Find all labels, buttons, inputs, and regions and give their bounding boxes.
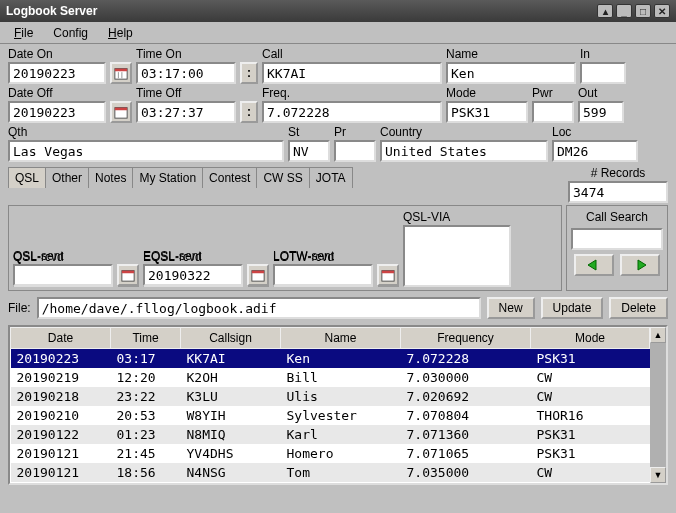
tab-contest[interactable]: Contest xyxy=(202,167,257,188)
label-call: Call xyxy=(262,47,442,61)
content: Date On Time On : Call Name In Date Off … xyxy=(0,44,676,513)
lotw-sent-picker[interactable] xyxy=(377,264,399,286)
delete-button[interactable]: Delete xyxy=(609,297,668,319)
call-search-input[interactable] xyxy=(571,228,663,250)
mode-input[interactable] xyxy=(446,101,528,123)
menubar: File Config Help xyxy=(0,22,676,44)
update-button[interactable]: Update xyxy=(541,297,604,319)
titlebar: Logbook Server ▴ _ □ ✕ xyxy=(0,0,676,22)
col-callsign[interactable]: Callsign xyxy=(181,328,281,349)
label-time-off: Time Off xyxy=(136,86,236,100)
tab-my-station[interactable]: My Station xyxy=(132,167,203,188)
st-input[interactable] xyxy=(288,140,330,162)
in-input[interactable] xyxy=(580,62,626,84)
col-time[interactable]: Time xyxy=(111,328,181,349)
qsl-sent-input[interactable] xyxy=(13,264,113,286)
svg-rect-5 xyxy=(115,108,127,111)
svg-rect-1 xyxy=(115,69,127,72)
label-records: # Records xyxy=(568,166,668,180)
date-on-picker[interactable] xyxy=(110,62,132,84)
qsl-panel: QSL-rcvd EQSL-rcvd LOTW-rcvd QSL-VIA QSL… xyxy=(8,205,562,291)
label-mode: Mode xyxy=(446,86,528,100)
time-off-colon-button[interactable]: : xyxy=(240,101,258,123)
menu-config[interactable]: Config xyxy=(43,24,98,42)
label-time-on: Time On xyxy=(136,47,236,61)
label-in: In xyxy=(580,47,626,61)
maximize-button[interactable]: □ xyxy=(635,4,651,18)
col-date[interactable]: Date xyxy=(11,328,111,349)
table-row[interactable]: 2019012020:28KG4QLarry7.071000DOMINO xyxy=(11,482,650,483)
label-date-off: Date Off xyxy=(8,86,106,100)
label-pr: Pr xyxy=(334,125,376,139)
table-row[interactable]: 2019012201:23N8MIQKarl7.071360PSK31 xyxy=(11,425,650,444)
label-name: Name xyxy=(446,47,576,61)
window-title: Logbook Server xyxy=(6,4,97,18)
call-input[interactable] xyxy=(262,62,442,84)
tab-qsl[interactable]: QSL xyxy=(8,167,46,188)
minimize-button[interactable]: _ xyxy=(616,4,632,18)
time-on-input[interactable] xyxy=(136,62,236,84)
tab-notes[interactable]: Notes xyxy=(88,167,133,188)
records-input[interactable] xyxy=(568,181,668,203)
scroll-track[interactable] xyxy=(650,343,666,467)
loc-input[interactable] xyxy=(552,140,638,162)
date-on-input[interactable] xyxy=(8,62,106,84)
label-file: File: xyxy=(8,301,31,315)
tab-other[interactable]: Other xyxy=(45,167,89,188)
tab-bar: QSLOtherNotesMy StationContestCW SSJOTA xyxy=(8,167,352,188)
table-row[interactable]: 2019021823:22K3LUUlis7.020692CW xyxy=(11,387,650,406)
col-mode[interactable]: Mode xyxy=(531,328,650,349)
search-prev-button[interactable] xyxy=(574,254,614,276)
svg-rect-13 xyxy=(122,271,134,274)
file-path-input[interactable] xyxy=(37,297,481,319)
svg-marker-18 xyxy=(588,260,596,270)
col-name[interactable]: Name xyxy=(281,328,401,349)
new-button[interactable]: New xyxy=(487,297,535,319)
table-scrollbar[interactable]: ▲ ▼ xyxy=(650,327,666,483)
table-row[interactable]: 2019012118:56N4NSGTom7.035000CW xyxy=(11,463,650,482)
label-out: Out xyxy=(578,86,624,100)
label-lotw-sent: LOTW-sent xyxy=(273,249,373,263)
log-table-wrap: DateTimeCallsignNameFrequencyMode 201902… xyxy=(8,325,668,485)
scroll-up-button[interactable]: ▲ xyxy=(650,327,666,343)
label-pwr: Pwr xyxy=(532,86,574,100)
freq-input[interactable] xyxy=(262,101,442,123)
lotw-sent-input[interactable] xyxy=(273,264,373,286)
qth-input[interactable] xyxy=(8,140,284,162)
table-row[interactable]: 2019021912:20K2OHBill7.030000CW xyxy=(11,368,650,387)
svg-rect-15 xyxy=(252,271,264,274)
label-loc: Loc xyxy=(552,125,638,139)
table-row[interactable]: 2019012121:45YV4DHSHomero7.071065PSK31 xyxy=(11,444,650,463)
name-input[interactable] xyxy=(446,62,576,84)
table-row[interactable]: 2019021020:53W8YIHSylvester7.070804THOR1… xyxy=(11,406,650,425)
log-table[interactable]: DateTimeCallsignNameFrequencyMode 201902… xyxy=(10,327,650,483)
scroll-down-button[interactable]: ▼ xyxy=(650,467,666,483)
label-date-on: Date On xyxy=(8,47,106,61)
search-next-button[interactable] xyxy=(620,254,660,276)
label-eqsl-sent: EQSL-sent xyxy=(143,249,243,263)
eqsl-sent-picker[interactable] xyxy=(247,264,269,286)
qsl-sent-picker[interactable] xyxy=(117,264,139,286)
pwr-input[interactable] xyxy=(532,101,574,123)
app-window: Logbook Server ▴ _ □ ✕ File Config Help … xyxy=(0,0,676,513)
menu-file[interactable]: File xyxy=(4,24,43,42)
time-off-input[interactable] xyxy=(136,101,236,123)
out-input[interactable] xyxy=(578,101,624,123)
col-frequency[interactable]: Frequency xyxy=(401,328,531,349)
country-input[interactable] xyxy=(380,140,548,162)
tab-jota[interactable]: JOTA xyxy=(309,167,353,188)
tab-cw-ss[interactable]: CW SS xyxy=(256,167,309,188)
call-search-panel: Call Search xyxy=(566,205,668,291)
date-off-input[interactable] xyxy=(8,101,106,123)
pr-input[interactable] xyxy=(334,140,376,162)
label-qsl-via: QSL-VIA xyxy=(403,210,511,224)
table-row[interactable]: 2019022303:17KK7AIKen7.072228PSK31 xyxy=(11,349,650,369)
close-button[interactable]: ✕ xyxy=(654,4,670,18)
menu-help[interactable]: Help xyxy=(98,24,143,42)
date-off-picker[interactable] xyxy=(110,101,132,123)
detach-button[interactable]: ▴ xyxy=(597,4,613,18)
eqsl-sent-input[interactable] xyxy=(143,264,243,286)
label-qth: Qth xyxy=(8,125,284,139)
time-on-colon-button[interactable]: : xyxy=(240,62,258,84)
label-country: Country xyxy=(380,125,548,139)
